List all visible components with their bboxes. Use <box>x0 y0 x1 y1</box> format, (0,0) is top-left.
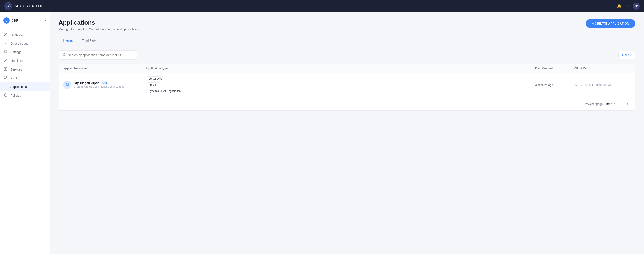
apis-icon <box>4 76 8 80</box>
svg-rect-15 <box>608 83 610 85</box>
svg-rect-9 <box>6 69 7 71</box>
topnav-left: SECUREAUTH <box>4 2 43 10</box>
applications-icon <box>4 85 8 89</box>
services-icon <box>4 67 8 72</box>
sidebar-item-label-policies: Policies <box>10 94 21 97</box>
data-lineage-icon <box>4 42 8 46</box>
sidebar-item-label-overview: Overview <box>10 33 23 37</box>
col-header-app-name: Application name ↑ <box>63 67 146 70</box>
col-header-date-created: Date Created <box>535 67 574 70</box>
sidebar-item-settings[interactable]: Settings <box>0 48 50 56</box>
sidebar-item-label-services: Services <box>10 68 22 71</box>
col-header-client-id: Client ID <box>574 67 622 70</box>
page-header: Applications Manage Authorisation Contro… <box>58 19 635 31</box>
tab-third-party[interactable]: Third Party <box>78 36 101 45</box>
svg-rect-12 <box>4 85 7 88</box>
search-icon <box>62 53 66 57</box>
chevron-down-icon: ▾ <box>45 19 46 22</box>
rows-per-page: Rows per page: 5 10 25 50 ▾ <box>584 102 615 106</box>
sidebar-item-data-lineage[interactable]: Data Lineage <box>0 39 50 48</box>
copy-icon[interactable] <box>608 83 611 87</box>
page-navigation: ‹ › <box>618 101 631 107</box>
app-name: MyBudgetHelper DCR <box>74 81 124 85</box>
svg-rect-8 <box>4 69 6 71</box>
main-content: Applications Manage Authorisation Contro… <box>50 12 644 254</box>
tabs: Internal Third Party <box>58 36 635 45</box>
svg-point-11 <box>5 77 6 78</box>
create-application-button[interactable]: + CREATE APPLICATION <box>586 19 635 28</box>
search-input[interactable] <box>68 53 133 57</box>
sidebar-item-label-identities: Identities <box>10 59 22 62</box>
svg-rect-6 <box>4 67 6 69</box>
settings-icon <box>4 50 8 54</box>
app-cell: M MyBudgetHelper DCR A product to help y… <box>63 81 146 89</box>
identities-icon <box>4 59 8 63</box>
sidebar-item-label-applications: Applications <box>10 85 27 89</box>
svg-point-4 <box>5 51 6 52</box>
applications-table: Application name ↑ Application type Date… <box>58 64 635 110</box>
filter-label: Filter <box>622 53 629 57</box>
page-title: Applications <box>58 19 138 26</box>
sort-icon: ↑ <box>88 67 89 70</box>
logo-icon <box>4 2 12 10</box>
app-info: MyBudgetHelper DCR A product to help you… <box>74 81 124 88</box>
svg-point-1 <box>8 6 9 7</box>
top-navigation: SECUREAUTH 🔔 ⚙ PR <box>0 0 644 12</box>
search-filter-row: Filter ▾ <box>58 51 635 60</box>
type-badge-dcr: Dynamic Client Registration <box>146 89 184 93</box>
workspace-name: CDR <box>12 19 18 22</box>
prev-page-button[interactable]: ‹ <box>618 101 624 107</box>
filter-chevron-icon: ▾ <box>630 53 632 57</box>
rows-chevron-icon: ▾ <box>614 102 615 105</box>
pagination: Rows per page: 5 10 25 50 ▾ ‹ › <box>59 97 635 110</box>
layout: C CDR ▾ Overview Data Lineage Settings <box>0 12 644 254</box>
workspace-badge: C <box>4 18 10 24</box>
sidebar-item-policies[interactable]: Policies <box>0 91 50 100</box>
date-created-cell: 4 minutes ago <box>535 83 574 87</box>
rows-per-page-label: Rows per page: <box>584 102 604 105</box>
settings-icon[interactable]: ⚙ <box>625 4 629 9</box>
sidebar-item-label-data-lineage: Data Lineage <box>10 42 28 45</box>
page-title-area: Applications Manage Authorisation Contro… <box>58 19 138 31</box>
sidebar-item-label-settings: Settings <box>10 50 22 54</box>
notification-icon[interactable]: 🔔 <box>617 4 622 9</box>
workspace-selector[interactable]: C CDR ▾ <box>0 16 50 27</box>
svg-rect-7 <box>6 67 7 69</box>
table-header: Application name ↑ Application type Date… <box>59 64 635 73</box>
dcr-badge: DCR <box>100 81 108 85</box>
topnav-right: 🔔 ⚙ PR <box>617 3 640 10</box>
sidebar-item-services[interactable]: Services <box>0 65 50 74</box>
app-description: A product to help you manage your budget <box>74 85 124 88</box>
type-badge-server-web: Server Web <box>146 76 165 81</box>
sidebar: C CDR ▾ Overview Data Lineage Settings <box>0 12 50 254</box>
client-id-cell: c7mf01n5ajjjteq460n0 <box>574 83 622 87</box>
overview-icon <box>4 33 8 37</box>
col-header-actions <box>622 67 631 70</box>
logo-text: SECUREAUTH <box>14 4 43 8</box>
search-wrapper <box>58 51 137 60</box>
table-row[interactable]: M MyBudgetHelper DCR A product to help y… <box>59 73 635 97</box>
avatar: M <box>63 81 72 89</box>
tab-internal[interactable]: Internal <box>58 36 78 45</box>
app-type-cell: Server Web Service Dynamic Client Regist… <box>146 76 535 93</box>
type-badge-service: Service <box>146 82 160 87</box>
user-avatar[interactable]: PR <box>633 3 640 10</box>
next-page-button[interactable]: › <box>625 101 631 107</box>
filter-button[interactable]: Filter ▾ <box>618 51 635 59</box>
svg-point-3 <box>5 34 6 35</box>
sidebar-item-identities[interactable]: Identities <box>0 56 50 65</box>
rows-per-page-select[interactable]: 5 10 25 50 <box>605 102 612 106</box>
svg-point-5 <box>5 59 6 60</box>
policies-icon <box>4 93 8 98</box>
workspace-left: C CDR <box>4 18 18 24</box>
sidebar-item-applications[interactable]: Applications <box>0 82 50 91</box>
sidebar-item-apis[interactable]: APIs <box>0 74 50 82</box>
sidebar-divider <box>0 29 50 29</box>
client-id-value: c7mf01n5ajjjteq460n0 <box>574 83 606 86</box>
sidebar-item-label-apis: APIs <box>10 76 17 80</box>
page-subtitle: Manage Authorisation Control Plane regis… <box>58 27 138 31</box>
col-header-app-type: Application type <box>146 67 535 70</box>
sidebar-item-overview[interactable]: Overview <box>0 31 50 39</box>
svg-point-10 <box>4 76 7 79</box>
